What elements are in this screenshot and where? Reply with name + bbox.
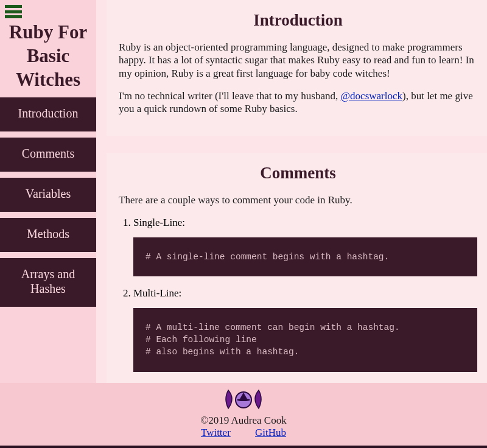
nav-item-variables[interactable]: Variables bbox=[0, 178, 96, 212]
comment-single-line: Single-Line: # A single-line comment beg… bbox=[133, 217, 477, 276]
link-github[interactable]: GitHub bbox=[255, 427, 286, 438]
comments-heading: Comments bbox=[119, 164, 477, 183]
main-content: Introduction Ruby is an object-oriented … bbox=[107, 0, 487, 383]
link-twitter[interactable]: Twitter bbox=[201, 427, 231, 438]
svg-point-1 bbox=[237, 399, 250, 401]
sidebar: Ruby For Basic Witches Introduction Comm… bbox=[0, 0, 96, 383]
comment-multi-line: Multi-Line: # A multi-line comment can b… bbox=[133, 287, 477, 372]
footer: ©2019 Audrea Cook Twitter GitHub bbox=[0, 383, 487, 448]
footer-links: Twitter GitHub bbox=[0, 427, 487, 439]
nav-item-arrays-hashes[interactable]: Arrays and Hashes bbox=[0, 258, 96, 307]
intro-paragraph-2: I'm no technical writer (I'll leave that… bbox=[119, 89, 477, 116]
nav-item-introduction[interactable]: Introduction bbox=[0, 97, 96, 131]
section-introduction: Introduction Ruby is an object-oriented … bbox=[107, 0, 487, 136]
nav-list: Introduction Comments Variables Methods … bbox=[0, 97, 96, 307]
witch-logo-icon bbox=[216, 387, 271, 411]
site-title: Ruby For Basic Witches bbox=[0, 18, 96, 97]
nav-item-methods[interactable]: Methods bbox=[0, 218, 96, 252]
section-comments: Comments There are a couple ways to comm… bbox=[107, 153, 487, 383]
hamburger-icon[interactable] bbox=[5, 5, 22, 18]
code-single-line: # A single-line comment begins with a ha… bbox=[133, 237, 477, 276]
copyright: ©2019 Audrea Cook bbox=[0, 415, 487, 427]
intro-heading: Introduction bbox=[119, 11, 477, 30]
code-multi-line: # A multi-line comment can begin with a … bbox=[133, 308, 477, 372]
nav-item-comments[interactable]: Comments bbox=[0, 138, 96, 172]
intro-paragraph-1: Ruby is an object-oriented programming l… bbox=[119, 41, 477, 80]
comments-intro: There are a couple ways to comment your … bbox=[119, 194, 477, 206]
comments-list: Single-Line: # A single-line comment beg… bbox=[133, 217, 477, 372]
link-docswarlock[interactable]: @docswarlock bbox=[340, 90, 402, 102]
